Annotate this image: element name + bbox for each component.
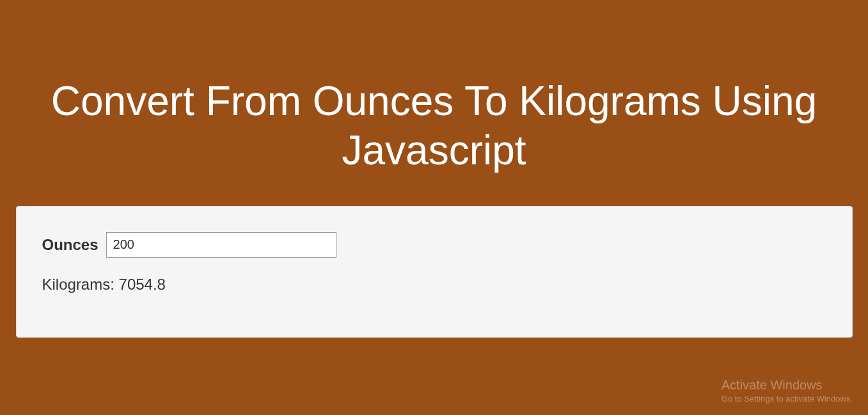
converter-card: Ounces Kilograms: 7054.8 xyxy=(16,206,853,338)
result-value: 7054.8 xyxy=(119,276,166,293)
result-row: Kilograms: 7054.8 xyxy=(42,276,826,294)
ounces-input[interactable] xyxy=(106,232,336,258)
watermark-title: Activate Windows xyxy=(722,378,853,393)
windows-activation-watermark: Activate Windows Go to Settings to activ… xyxy=(722,378,853,403)
result-label: Kilograms: xyxy=(42,276,114,293)
ounces-label: Ounces xyxy=(42,236,99,254)
watermark-subtitle: Go to Settings to activate Windows. xyxy=(722,394,853,403)
page-title: Convert From Ounces To Kilograms Using J… xyxy=(15,77,853,175)
input-row: Ounces xyxy=(42,232,826,258)
